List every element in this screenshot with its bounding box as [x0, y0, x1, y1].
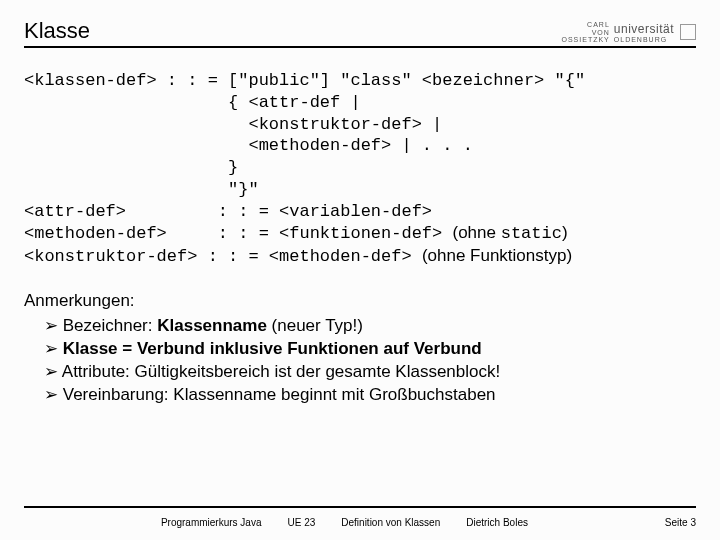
logo-small-text: CARL VON OSSIETZKY	[562, 21, 610, 44]
grammar-note-mono: static	[501, 224, 562, 243]
grammar-line: }	[24, 158, 238, 177]
list-item: Attribute: Gültigkeitsbereich ist der ge…	[24, 361, 696, 384]
item-text: Vereinbarung: Klassenname beginnt mit Gr…	[63, 385, 496, 404]
footer-page: Seite 3	[665, 517, 696, 528]
item-pre: Bezeichner:	[63, 316, 158, 335]
grammar-line: <methoden-def> : : = <funktionen-def>	[24, 224, 452, 243]
list-item: Bezeichner: Klassenname (neuer Typ!)	[24, 315, 696, 338]
grammar-note-close: )	[562, 223, 568, 242]
item-bold: Klassenname	[157, 316, 267, 335]
grammar-note: (ohne Funktionstyp)	[422, 246, 572, 265]
grammar-line: <klassen-def> : : = ["public"] "class" <…	[24, 71, 585, 90]
footer-author: Dietrich Boles	[466, 517, 528, 528]
logo-word: universität	[614, 22, 674, 36]
item-post: (neuer Typ!)	[267, 316, 363, 335]
footer: Programmierkurs Java UE 23 Definition vo…	[24, 517, 696, 528]
list-item: Klasse = Verbund inklusive Funktionen au…	[24, 338, 696, 361]
remarks-list: Bezeichner: Klassenname (neuer Typ!) Kla…	[24, 315, 696, 407]
item-bold: Klasse = Verbund inklusive Funktionen au…	[63, 339, 482, 358]
university-logo: CARL VON OSSIETZKY universität OLDENBURG	[562, 21, 697, 44]
grammar-line: <konstruktor-def> : : = <methoden-def>	[24, 247, 422, 266]
footer-unit: UE 23	[288, 517, 316, 528]
grammar-line: "}"	[24, 180, 259, 199]
grammar-line: { <attr-def |	[24, 93, 361, 112]
logo-sub: OLDENBURG	[614, 36, 674, 44]
item-text: Attribute: Gültigkeitsbereich ist der ge…	[62, 362, 500, 381]
grammar-line: <attr-def> : : = <variablen-def>	[24, 202, 432, 221]
grammar-note: (ohne	[452, 223, 500, 242]
logo-line3: OSSIETZKY	[562, 36, 610, 44]
footer-course: Programmierkurs Java	[161, 517, 262, 528]
logo-wordmark: universität OLDENBURG	[614, 22, 674, 44]
footer-topic: Definition von Klassen	[341, 517, 440, 528]
grammar-block: <klassen-def> : : = ["public"] "class" <…	[24, 70, 696, 268]
header: Klasse CARL VON OSSIETZKY universität OL…	[24, 18, 696, 48]
grammar-line: <methoden-def> | . . .	[24, 136, 473, 155]
page-title: Klasse	[24, 18, 90, 44]
footer-divider	[24, 506, 696, 508]
logo-line2: VON	[562, 29, 610, 37]
logo-square-icon	[680, 24, 696, 40]
grammar-line: <konstruktor-def> |	[24, 115, 442, 134]
slide: Klasse CARL VON OSSIETZKY universität OL…	[0, 0, 720, 540]
footer-center: Programmierkurs Java UE 23 Definition vo…	[161, 517, 528, 528]
list-item: Vereinbarung: Klassenname beginnt mit Gr…	[24, 384, 696, 407]
remarks-block: Anmerkungen: Bezeichner: Klassenname (ne…	[24, 290, 696, 407]
remarks-title: Anmerkungen:	[24, 290, 696, 313]
logo-line1: CARL	[562, 21, 610, 29]
